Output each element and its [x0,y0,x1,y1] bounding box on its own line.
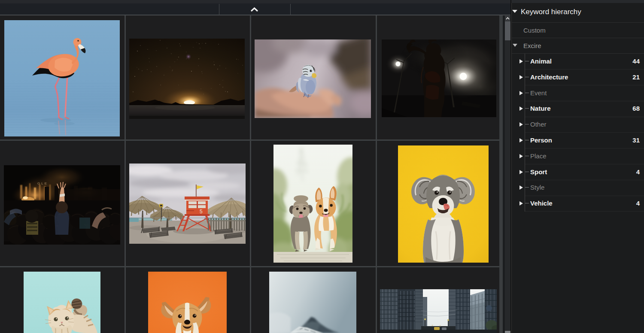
svg-text:GLE: GLE [37,182,48,185]
svg-text:5: 5 [200,209,203,215]
